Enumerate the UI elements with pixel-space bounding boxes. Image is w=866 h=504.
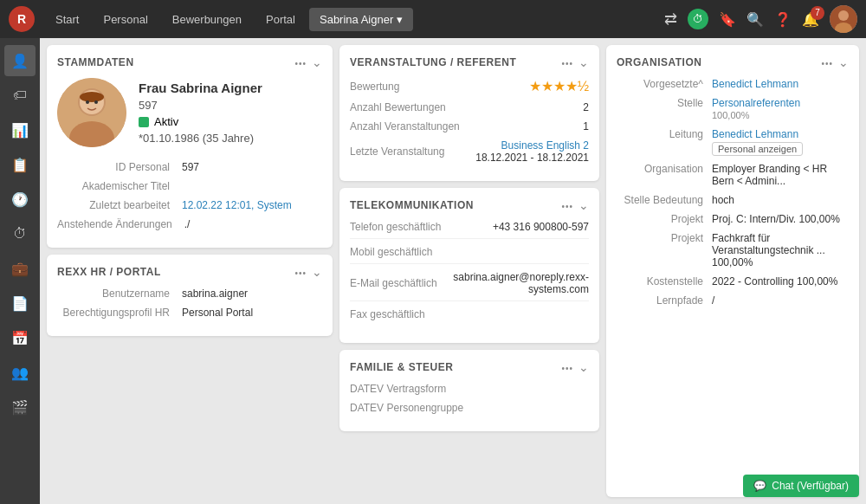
fax-row: Fax geschäftlich [350,308,589,326]
content-area: STAMMDATEN ⌄ [40,38,866,504]
telekommunikation-header: TELEKOMMUNIKATION ⌄ [350,198,589,212]
anstehende-label: Anstehende Änderungen [57,218,181,230]
bookmark-icon[interactable]: 🔖 [719,11,736,28]
sidebar: 👤 🏷 📊 📋 🕐 ⏱ 💼 📄 📅 👥 🎬 [0,38,40,504]
stammdaten-title: STAMMDATEN [57,56,134,68]
sidebar-item-briefcase[interactable]: 💼 [4,253,36,284]
leitung-link[interactable]: Benedict Lehmann [712,128,798,140]
organisation-title: ORGANISATION [617,56,701,68]
nav-personal[interactable]: Personal [93,8,158,31]
organisation-detail-label: Organisation [617,163,712,175]
sidebar-item-clipboard[interactable]: 📋 [4,149,36,180]
stammdaten-header: STAMMDATEN ⌄ [57,55,322,69]
datev-personengruppe-row: DATEV Personengruppe [350,402,589,414]
berechtigungsprofil-label: Berechtigungsprofil HR [57,307,178,319]
stammdaten-actions: ⌄ [294,55,322,69]
lernpfade-row: Lernpfade / [617,294,849,307]
letzte-veranstaltung-name[interactable]: Business English 2 [475,139,589,152]
stelle-row: Stelle Personalreferenten 100,00% [617,97,849,121]
vorgesetzte-link[interactable]: Benedict Lehmann [712,78,798,90]
telefon-value: +43 316 900800-597 [493,221,589,233]
projekt1-value: Proj. C: Intern/Div. 100,00% [712,213,849,225]
anstehende-value: ./ [184,218,191,230]
nav-bewerbungen[interactable]: Bewerbungen [162,8,252,31]
lernpfade-label: Lernpfade [617,294,712,307]
user-avatar[interactable] [830,5,857,33]
search-icon[interactable]: 🔍 [746,11,764,28]
rexx-portal-collapse-icon[interactable]: ⌄ [312,265,322,279]
stammdaten-collapse-icon[interactable]: ⌄ [312,55,322,69]
sidebar-item-calendar[interactable]: 📅 [4,322,36,353]
familie-collapse-icon[interactable]: ⌄ [578,360,589,374]
sidebar-item-alarm[interactable]: ⏱ [4,218,36,249]
svg-point-9 [94,100,98,104]
profile-status: Aktiv [139,115,322,128]
nav-user-menu[interactable]: Sabrina Aigner ▾ [309,8,413,31]
status-label: Aktiv [154,115,178,128]
stelle-bedeutung-label: Stelle Bedeutung [617,194,712,206]
telekommunikation-actions: ⌄ [561,198,589,212]
sidebar-item-clock[interactable]: 🕐 [4,184,36,215]
sidebar-item-tag[interactable]: 🏷 [4,80,36,111]
sidebar-item-group[interactable]: 👥 [4,357,36,388]
sidebar-item-video[interactable]: 🎬 [4,391,36,423]
telekommunikation-menu-icon[interactable] [561,198,573,212]
chevron-down-icon: ▾ [397,13,403,26]
sidebar-item-person[interactable]: 👤 [4,45,36,76]
veranstaltung-menu-icon[interactable] [561,55,573,69]
profile-dob: *01.10.1986 (35 Jahre) [139,132,322,145]
lernpfade-value: / [712,294,849,307]
datev-vertragsform-label: DATEV Vertragsform [350,383,446,395]
stelle-label: Stelle [617,97,712,109]
middle-column: VERANSTALTUNG / REFERENT ⌄ Bewertung ★★★… [339,45,599,497]
zuletzt-value[interactable]: 12.02.22 12:01, System [182,199,292,211]
letzte-veranstaltung-date: 18.12.2021 - 18.12.2021 [475,152,589,164]
timer-icon[interactable]: ⏱ [688,9,708,29]
organisation-detail-value: Employer Branding < HR Bern < Admini... [712,163,849,187]
organisation-menu-icon[interactable] [821,55,833,69]
chat-button[interactable]: 💬 Chat (Verfügbar) [743,475,859,497]
help-icon[interactable]: ❓ [774,11,792,28]
telekommunikation-card: TELEKOMMUNIKATION ⌄ Telefon geschäftlich… [339,188,599,343]
nav-portal[interactable]: Portal [255,8,306,31]
notification-badge[interactable]: 🔔 7 [802,11,819,28]
nav-icons: ⇄ ⏱ 🔖 🔍 ❓ 🔔 7 [664,5,857,33]
sidebar-item-chart[interactable]: 📊 [4,114,36,145]
bewertung-stars: ★★★★½ [529,78,589,94]
sidebar-item-document[interactable]: 📄 [4,288,36,319]
organisation-actions: ⌄ [821,55,849,69]
leitung-badge[interactable]: Personal anzeigen [712,142,803,156]
anzahl-veranstaltungen-row: Anzahl Veranstaltungen 1 [350,120,589,132]
anzahl-veranstaltungen-label: Anzahl Veranstaltungen [350,120,460,132]
akademischer-titel-label: Akademischer Titel [57,180,178,192]
organisation-collapse-icon[interactable]: ⌄ [838,55,849,69]
bewertung-label: Bewertung [350,81,399,93]
nav-start[interactable]: Start [45,8,89,31]
rexx-portal-title: REXX HR / PORTAL [57,266,161,278]
datev-vertragsform-row: DATEV Vertragsform [350,383,589,395]
anzahl-bewertungen-row: Anzahl Bewertungen 2 [350,101,589,113]
zuletzt-label: Zuletzt bearbeitet [57,199,178,211]
veranstaltung-collapse-icon[interactable]: ⌄ [578,55,589,69]
profile-name: Frau Sabrina Aigner [139,81,322,95]
kostenstelle-label: Kostenstelle [617,275,712,288]
email-row: E-Mail geschäftlich sabrina.aigner@norep… [350,271,589,301]
letzte-veranstaltung-value: Business English 2 18.12.2021 - 18.12.20… [475,139,589,164]
id-personal-row: ID Personal 597 [57,161,322,173]
berechtigungsprofil-value: Personal Portal [182,307,253,319]
vorgesetzte-label: Vorgesetzte^ [617,78,712,90]
stammdaten-menu-icon[interactable] [294,55,307,69]
zuletzt-row: Zuletzt bearbeitet 12.02.22 12:01, Syste… [57,199,322,211]
datev-personengruppe-label: DATEV Personengruppe [350,402,463,414]
familie-menu-icon[interactable] [561,360,573,374]
leitung-row: Leitung Benedict Lehmann Personal anzeig… [617,128,849,156]
letzte-veranstaltung-label: Letzte Veranstaltung [350,145,444,158]
leitung-value: Benedict Lehmann Personal anzeigen [712,128,849,156]
stelle-link[interactable]: Personalreferenten [712,97,800,109]
rexx-portal-menu-icon[interactable] [294,265,307,279]
anzahl-bewertungen-value: 2 [583,101,589,113]
telekommunikation-collapse-icon[interactable]: ⌄ [578,198,589,212]
letzte-veranstaltung-row: Letzte Veranstaltung Business English 2 … [350,139,589,164]
rexx-portal-header: REXX HR / PORTAL ⌄ [57,265,322,279]
transfer-icon[interactable]: ⇄ [664,10,677,29]
